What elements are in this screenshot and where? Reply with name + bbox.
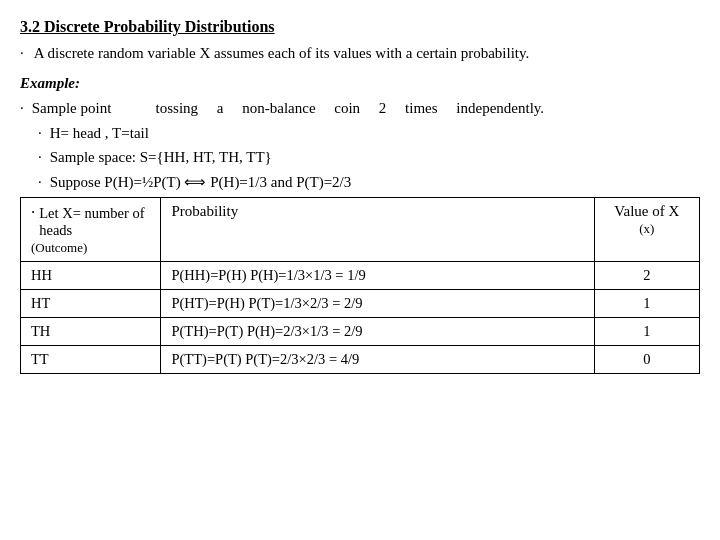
col-sample-header: · Let X= number of heads (Outcome) bbox=[21, 198, 161, 262]
table-header-row: · Let X= number of heads (Outcome) Proba… bbox=[21, 198, 700, 262]
bullet-sample-space: · Sample space: S={HH, HT, TH, TT} bbox=[38, 146, 700, 169]
val-hh: 2 bbox=[594, 262, 699, 290]
header-bullet: · bbox=[31, 203, 35, 223]
intro-bullet: · bbox=[20, 45, 24, 61]
intro-text: A discrete random variable X assumes eac… bbox=[34, 45, 530, 61]
col-prob-header: Probability bbox=[161, 198, 594, 262]
prob-tt: P(TT)=P(T) P(T)=2/3×2/3 = 4/9 bbox=[161, 346, 594, 374]
example-label: Example: bbox=[20, 75, 700, 92]
table-row: HT P(HT)=P(H) P(T)=1/3×2/3 = 2/9 1 bbox=[21, 290, 700, 318]
outcome-ht: HT bbox=[21, 290, 161, 318]
col-sample-sub: (Outcome) bbox=[31, 240, 87, 255]
bullet-icon-3: · bbox=[38, 171, 42, 194]
bullet-sample-space-text: Sample space: S={HH, HT, TH, TT} bbox=[50, 146, 700, 169]
bullet-suppose: · Suppose P(H)=½P(T) ⟺ P(H)=1/3 and P(T)… bbox=[38, 171, 700, 194]
probability-table: · Let X= number of heads (Outcome) Proba… bbox=[20, 197, 700, 374]
bullet-icon: · bbox=[38, 122, 42, 145]
bullet-h-t-text: H= head , T=tail bbox=[50, 122, 700, 145]
col-val-label: Value of X bbox=[614, 203, 679, 219]
bullet-icon-2: · bbox=[38, 146, 42, 169]
prob-th: P(TH)=P(T) P(H)=2/3×1/3 = 2/9 bbox=[161, 318, 594, 346]
col-val-sub: (x) bbox=[639, 221, 654, 236]
col-prob-label: Probability bbox=[171, 203, 238, 219]
experiment-desc: tossing a non-balance coin 2 times indep… bbox=[129, 96, 544, 120]
intro-paragraph: ·A discrete random variable X assumes ea… bbox=[20, 42, 700, 65]
outcome-tt: TT bbox=[21, 346, 161, 374]
experiment-word: Sample point bbox=[32, 96, 112, 120]
bullet-suppose-text: Suppose P(H)=½P(T) ⟺ P(H)=1/3 and P(T)=2… bbox=[50, 171, 700, 194]
outcome-hh: HH bbox=[21, 262, 161, 290]
prob-ht: P(HT)=P(H) P(T)=1/3×2/3 = 2/9 bbox=[161, 290, 594, 318]
experiment-line: · Sample point tossing a non-balance coi… bbox=[20, 96, 700, 120]
table-row: TT P(TT)=P(T) P(T)=2/3×2/3 = 4/9 0 bbox=[21, 346, 700, 374]
table-row: HH P(HH)=P(H) P(H)=1/3×1/3 = 1/9 2 bbox=[21, 262, 700, 290]
table-body: HH P(HH)=P(H) P(H)=1/3×1/3 = 1/9 2 HT P(… bbox=[21, 262, 700, 374]
table-row: TH P(TH)=P(T) P(H)=2/3×1/3 = 2/9 1 bbox=[21, 318, 700, 346]
page-title: 3.2 Discrete Probability Distributions bbox=[20, 18, 700, 36]
prob-hh: P(HH)=P(H) P(H)=1/3×1/3 = 1/9 bbox=[161, 262, 594, 290]
outcome-th: TH bbox=[21, 318, 161, 346]
experiment-bullet: · bbox=[20, 96, 24, 120]
val-ht: 1 bbox=[594, 290, 699, 318]
col-val-header: Value of X (x) bbox=[594, 198, 699, 262]
bullet-h-t: · H= head , T=tail bbox=[38, 122, 700, 145]
val-tt: 0 bbox=[594, 346, 699, 374]
header-let-x: Let X= number of heads bbox=[39, 205, 150, 239]
val-th: 1 bbox=[594, 318, 699, 346]
